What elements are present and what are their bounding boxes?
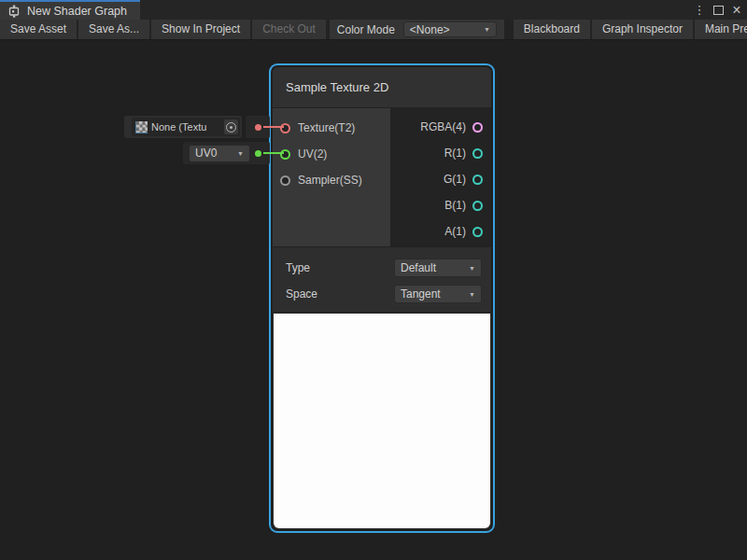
space-label: Space	[286, 287, 317, 301]
input-port-row: UV(2)	[273, 141, 390, 167]
space-value: Tangent	[401, 287, 441, 301]
node-title: Sample Texture 2D	[286, 80, 388, 94]
output-port-row: R(1)	[390, 140, 491, 166]
chevron-down-icon: ▼	[476, 26, 490, 33]
output-port-row: RGBA(4)	[390, 114, 491, 140]
close-icon[interactable]: ×	[730, 0, 743, 20]
port-circle-b[interactable]	[472, 201, 483, 211]
graph-canvas[interactable]: None (Textu UV0 ▼ Sample Texture 2D	[0, 40, 747, 560]
texture-object-field[interactable]: None (Textu	[132, 118, 240, 136]
output-port-row: B(1)	[390, 192, 491, 218]
input-port-row: Texture(T2)	[273, 115, 390, 141]
check-out-button: Check Out	[252, 20, 326, 39]
type-dropdown[interactable]: Default ▼	[394, 259, 482, 277]
color-mode-dropdown[interactable]: <None> ▼	[403, 21, 497, 37]
port-label: UV(2)	[298, 147, 327, 161]
menu-kebab-icon[interactable]: ⋮	[693, 0, 706, 20]
port-label: RGBA(4)	[420, 120, 466, 133]
node-control-section: Type Default ▼ Space Tangent ▼	[273, 247, 491, 313]
port-circle-uv[interactable]	[280, 149, 290, 160]
toolbar: Save Asset Save As... Show In Project Ch…	[0, 20, 747, 40]
node-header[interactable]: Sample Texture 2D	[273, 67, 491, 108]
blackboard-toggle-button[interactable]: Blackboard	[514, 20, 590, 39]
title-bar: New Shader Graph ⋮ ×	[0, 0, 747, 20]
document-tab[interactable]: New Shader Graph	[0, 0, 140, 20]
node-port-section: Texture(T2) UV(2) Sampler(SS)	[273, 108, 491, 247]
type-value: Default	[401, 261, 436, 274]
main-preview-toggle-button[interactable]: Main Preview	[695, 20, 747, 39]
show-in-project-button[interactable]: Show In Project	[151, 20, 250, 39]
texture-port-inline-widget: None (Textu	[124, 116, 242, 138]
chevron-down-icon: ▼	[230, 150, 244, 157]
port-label: Sampler(SS)	[298, 174, 362, 187]
texture-port-dot	[255, 124, 261, 131]
color-mode-group: Color Mode <None> ▼	[330, 20, 504, 39]
type-label: Type	[286, 261, 310, 274]
output-port-column: RGBA(4) R(1) G(1) B(1)	[390, 108, 491, 246]
maximize-icon[interactable]	[712, 0, 725, 20]
port-label: R(1)	[444, 147, 466, 160]
uv-channel-value: UV0	[195, 147, 217, 160]
input-port-row: Sampler(SS)	[273, 167, 390, 193]
uv-channel-dropdown[interactable]: UV0 ▼	[190, 146, 249, 161]
type-control-row: Type Default ▼	[273, 255, 491, 281]
window-controls: ⋮ ×	[693, 0, 743, 20]
chevron-down-icon: ▼	[461, 265, 475, 272]
output-port-row: G(1)	[390, 166, 491, 192]
node-selection-outline: Sample Texture 2D Texture(T2) UV(2)	[269, 63, 495, 533]
port-label: B(1)	[444, 199, 466, 212]
space-dropdown[interactable]: Tangent ▼	[394, 285, 482, 303]
port-label: A(1)	[444, 225, 466, 238]
port-circle-a[interactable]	[472, 227, 483, 237]
uv-port-dot	[255, 150, 261, 157]
sample-texture-2d-node[interactable]: Sample Texture 2D Texture(T2) UV(2)	[273, 67, 491, 529]
port-label: G(1)	[444, 173, 466, 186]
shader-graph-icon	[7, 5, 21, 18]
space-control-row: Space Tangent ▼	[273, 281, 491, 307]
output-port-row: A(1)	[390, 218, 491, 245]
save-asset-button[interactable]: Save Asset	[0, 20, 77, 39]
port-circle-rgba[interactable]	[472, 122, 483, 133]
object-picker-button[interactable]	[224, 119, 238, 134]
port-circle-r[interactable]	[472, 148, 483, 159]
texture-object-value: None (Textu	[151, 121, 220, 133]
port-label: Texture(T2)	[298, 121, 355, 134]
uv-port-inline-widget: UV0 ▼	[183, 142, 270, 164]
port-circle-sampler[interactable]	[280, 175, 290, 186]
texture-edge-stub	[263, 126, 284, 128]
port-circle-g[interactable]	[472, 175, 483, 185]
tab-title: New Shader Graph	[27, 5, 127, 18]
input-port-column: Texture(T2) UV(2) Sampler(SS)	[273, 108, 390, 246]
shader-graph-window: New Shader Graph ⋮ × Save Asset Save As.…	[0, 0, 747, 560]
node-preview	[274, 314, 490, 528]
object-picker-icon	[226, 122, 236, 133]
uv-edge-stub	[263, 152, 284, 154]
texture2d-icon	[135, 121, 148, 133]
port-circle-texture[interactable]	[280, 123, 290, 133]
color-mode-value: <None>	[410, 23, 450, 36]
graph-inspector-toggle-button[interactable]: Graph Inspector	[592, 20, 693, 39]
chevron-down-icon: ▼	[461, 291, 475, 298]
color-mode-label: Color Mode	[337, 23, 395, 36]
save-as-button[interactable]: Save As...	[78, 20, 149, 39]
